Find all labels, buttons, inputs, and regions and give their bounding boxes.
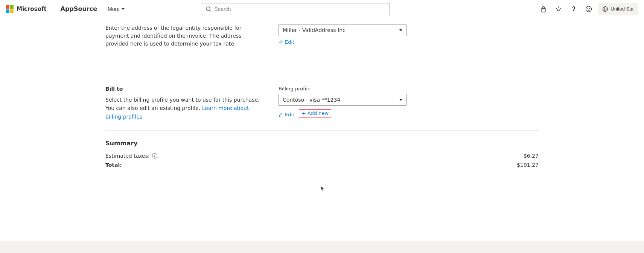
billing-profile-actions: Edit + Add new (279, 109, 406, 117)
app-header: Microsoft AppSource More ? (0, 0, 644, 18)
billing-address-dropdown-value: Miller - ValidAddress Inc (283, 27, 346, 33)
estimated-taxes-row: Estimated taxes: i $6.27 (105, 153, 539, 159)
svg-rect-2 (541, 9, 546, 12)
billing-profile-edit-label: Edit (285, 112, 294, 117)
main-content: Enter the address of the legal entity re… (0, 18, 644, 200)
billing-address-edit-label: Edit (285, 39, 294, 45)
svg-point-4 (588, 8, 588, 9)
billing-pencil-icon (279, 113, 283, 117)
globe-icon (602, 6, 608, 12)
lock-button[interactable] (537, 3, 550, 15)
bill-to-description: Bill to Select the billing profile you w… (105, 86, 263, 121)
estimated-taxes-label: Estimated taxes: (105, 153, 150, 159)
dropdown-chevron-icon (399, 29, 402, 31)
billing-address-section: Enter the address of the legal entity re… (105, 18, 539, 54)
bill-to-heading: Bill to (105, 86, 263, 92)
svg-point-5 (589, 8, 590, 9)
billing-profile-dropdown-value: Contoso - visa **1234 (283, 97, 340, 103)
appsource-title: AppSource (61, 5, 97, 12)
header-divider (56, 5, 56, 14)
microsoft-label: Microsoft (17, 6, 47, 12)
region-button[interactable]: United Sta (598, 3, 638, 15)
billing-address-dropdown[interactable]: Miller - ValidAddress Inc (279, 24, 406, 36)
chevron-down-icon (121, 8, 125, 10)
billing-address-edit-link[interactable]: Edit (279, 39, 294, 45)
total-row: Total: $101.27 (105, 162, 539, 168)
summary-section: Summary Estimated taxes: i $6.27 Total: … (105, 131, 539, 177)
svg-point-0 (206, 7, 210, 11)
billing-address-controls: Miller - ValidAddress Inc Edit (279, 24, 406, 48)
feedback-button[interactable] (583, 3, 595, 15)
billing-profile-edit-link[interactable]: Edit (279, 112, 294, 117)
lock-icon (540, 6, 547, 12)
cursor-icon (320, 185, 324, 192)
logo-area: Microsoft (6, 5, 47, 13)
pencil-icon (279, 40, 283, 44)
add-new-label: Add new (308, 110, 329, 116)
bill-to-text: Select the billing profile you want to u… (105, 96, 263, 121)
cursor-area (105, 177, 539, 200)
smiley-icon (585, 6, 592, 12)
more-button[interactable]: More (105, 5, 128, 14)
estimated-taxes-label-container: Estimated taxes: i (105, 153, 157, 159)
question-mark-icon: ? (572, 6, 575, 12)
bill-to-section: Bill to Select the billing profile you w… (105, 77, 539, 130)
info-icon[interactable]: i (152, 153, 157, 159)
billing-profile-dropdown[interactable]: Contoso - visa **1234 (279, 94, 406, 106)
region-label: United Sta (611, 6, 633, 12)
total-label: Total: (105, 162, 122, 168)
total-value: $101.27 (517, 162, 539, 168)
help-button[interactable]: ? (568, 3, 580, 15)
header-actions: ? United Sta (537, 3, 638, 15)
estimated-taxes-value: $6.27 (524, 153, 539, 159)
microsoft-logo-icon (6, 5, 14, 13)
svg-point-3 (586, 6, 592, 12)
summary-heading: Summary (105, 140, 539, 147)
favorites-button[interactable] (553, 3, 565, 15)
spacer (105, 54, 539, 77)
star-icon (556, 6, 562, 12)
plus-icon: + (301, 110, 306, 116)
search-icon (206, 6, 211, 12)
billing-address-text: Enter the address of the legal entity re… (105, 24, 263, 48)
add-new-billing-profile-link[interactable]: + Add new (299, 109, 331, 117)
billing-profile-controls: Billing profile Contoso - visa **1234 Ed… (279, 86, 406, 121)
billing-profile-chevron-icon (399, 99, 402, 101)
search-bar (202, 3, 390, 15)
more-label: More (108, 6, 120, 12)
billing-profile-label: Billing profile (279, 86, 406, 91)
search-input[interactable] (214, 6, 386, 12)
billing-address-description: Enter the address of the legal entity re… (105, 24, 263, 48)
svg-line-1 (210, 10, 211, 12)
